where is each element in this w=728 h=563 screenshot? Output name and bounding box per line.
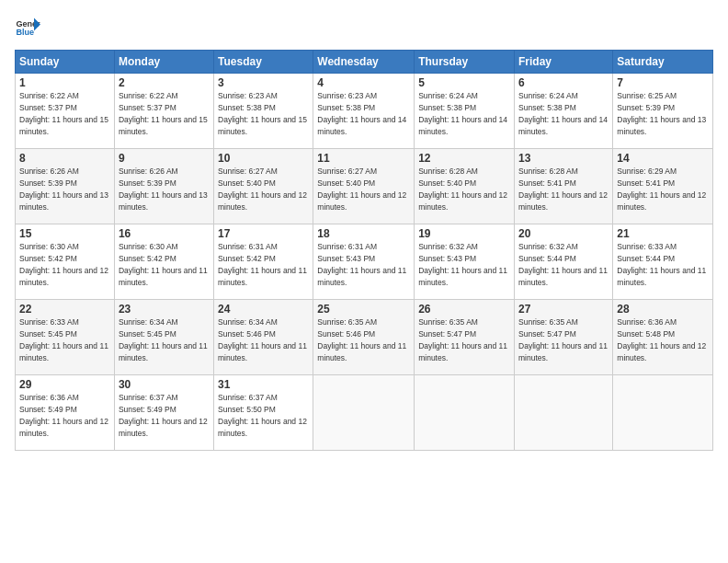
- calendar-day-cell: 9 Sunrise: 6:26 AMSunset: 5:39 PMDayligh…: [114, 149, 213, 224]
- weekday-header: Wednesday: [313, 51, 415, 74]
- calendar-week-row: 22 Sunrise: 6:33 AMSunset: 5:45 PMDaylig…: [16, 300, 713, 375]
- weekday-header: Monday: [114, 51, 213, 74]
- day-detail: Sunrise: 6:37 AMSunset: 5:49 PMDaylight:…: [119, 393, 208, 438]
- calendar-table: SundayMondayTuesdayWednesdayThursdayFrid…: [15, 50, 713, 451]
- day-detail: Sunrise: 6:31 AMSunset: 5:42 PMDaylight:…: [218, 242, 307, 287]
- day-detail: Sunrise: 6:37 AMSunset: 5:50 PMDaylight:…: [218, 393, 307, 438]
- day-number: 22: [19, 303, 110, 316]
- day-detail: Sunrise: 6:27 AMSunset: 5:40 PMDaylight:…: [218, 167, 307, 212]
- calendar-day-cell: 24 Sunrise: 6:34 AMSunset: 5:46 PMDaylig…: [214, 300, 313, 375]
- svg-text:Blue: Blue: [16, 28, 34, 37]
- calendar-day-cell: 13 Sunrise: 6:28 AMSunset: 5:41 PMDaylig…: [515, 149, 613, 224]
- day-detail: Sunrise: 6:22 AMSunset: 5:37 PMDaylight:…: [119, 91, 208, 136]
- calendar-week-row: 1 Sunrise: 6:22 AMSunset: 5:37 PMDayligh…: [16, 74, 713, 149]
- day-detail: Sunrise: 6:30 AMSunset: 5:42 PMDaylight:…: [119, 242, 208, 287]
- day-detail: Sunrise: 6:28 AMSunset: 5:41 PMDaylight:…: [518, 167, 608, 212]
- day-number: 16: [119, 227, 210, 240]
- calendar-day-cell: 22 Sunrise: 6:33 AMSunset: 5:45 PMDaylig…: [16, 300, 115, 375]
- day-number: 5: [418, 76, 510, 89]
- calendar-day-cell: 11 Sunrise: 6:27 AMSunset: 5:40 PMDaylig…: [313, 149, 415, 224]
- day-number: 24: [218, 303, 309, 316]
- calendar-day-cell: [313, 375, 415, 451]
- day-number: 20: [518, 227, 609, 240]
- day-detail: Sunrise: 6:29 AMSunset: 5:41 PMDaylight:…: [617, 167, 706, 212]
- calendar-day-cell: [613, 375, 713, 451]
- calendar-day-cell: 17 Sunrise: 6:31 AMSunset: 5:42 PMDaylig…: [214, 224, 313, 300]
- calendar-day-cell: 15 Sunrise: 6:30 AMSunset: 5:42 PMDaylig…: [16, 224, 115, 300]
- calendar-day-cell: 7 Sunrise: 6:25 AMSunset: 5:39 PMDayligh…: [613, 74, 713, 149]
- weekday-header: Tuesday: [214, 51, 313, 74]
- calendar-day-cell: 16 Sunrise: 6:30 AMSunset: 5:42 PMDaylig…: [114, 224, 213, 300]
- day-number: 31: [218, 378, 309, 391]
- calendar-day-cell: 14 Sunrise: 6:29 AMSunset: 5:41 PMDaylig…: [613, 149, 713, 224]
- day-number: 12: [418, 152, 510, 165]
- day-detail: Sunrise: 6:36 AMSunset: 5:49 PMDaylight:…: [19, 393, 108, 438]
- calendar-day-cell: 5 Sunrise: 6:24 AMSunset: 5:38 PMDayligh…: [415, 74, 515, 149]
- day-detail: Sunrise: 6:27 AMSunset: 5:40 PMDaylight:…: [317, 167, 406, 212]
- day-detail: Sunrise: 6:35 AMSunset: 5:47 PMDaylight:…: [518, 317, 608, 362]
- page-header: General Blue: [15, 15, 713, 40]
- logo-icon: General Blue: [15, 15, 40, 40]
- day-number: 10: [218, 152, 309, 165]
- day-number: 13: [518, 152, 609, 165]
- day-detail: Sunrise: 6:28 AMSunset: 5:40 PMDaylight:…: [418, 167, 507, 212]
- calendar-week-row: 8 Sunrise: 6:26 AMSunset: 5:39 PMDayligh…: [16, 149, 713, 224]
- calendar-day-cell: 6 Sunrise: 6:24 AMSunset: 5:38 PMDayligh…: [515, 74, 613, 149]
- calendar-day-cell: 29 Sunrise: 6:36 AMSunset: 5:49 PMDaylig…: [16, 375, 115, 451]
- weekday-header: Sunday: [16, 51, 115, 74]
- day-number: 19: [418, 227, 510, 240]
- day-detail: Sunrise: 6:24 AMSunset: 5:38 PMDaylight:…: [418, 91, 507, 136]
- day-detail: Sunrise: 6:31 AMSunset: 5:43 PMDaylight:…: [317, 242, 406, 287]
- page-container: General Blue SundayMondayTuesdayWednesda…: [0, 0, 728, 563]
- day-number: 28: [617, 303, 709, 316]
- day-detail: Sunrise: 6:23 AMSunset: 5:38 PMDaylight:…: [317, 91, 406, 136]
- calendar-day-cell: 18 Sunrise: 6:31 AMSunset: 5:43 PMDaylig…: [313, 224, 415, 300]
- calendar-day-cell: 12 Sunrise: 6:28 AMSunset: 5:40 PMDaylig…: [415, 149, 515, 224]
- day-number: 7: [617, 76, 709, 89]
- calendar-day-cell: 4 Sunrise: 6:23 AMSunset: 5:38 PMDayligh…: [313, 74, 415, 149]
- calendar-day-cell: [515, 375, 613, 451]
- day-number: 17: [218, 227, 309, 240]
- calendar-day-cell: 27 Sunrise: 6:35 AMSunset: 5:47 PMDaylig…: [515, 300, 613, 375]
- calendar-day-cell: 10 Sunrise: 6:27 AMSunset: 5:40 PMDaylig…: [214, 149, 313, 224]
- calendar-day-cell: 1 Sunrise: 6:22 AMSunset: 5:37 PMDayligh…: [16, 74, 115, 149]
- calendar-day-cell: 28 Sunrise: 6:36 AMSunset: 5:48 PMDaylig…: [613, 300, 713, 375]
- day-detail: Sunrise: 6:23 AMSunset: 5:38 PMDaylight:…: [218, 91, 307, 136]
- day-number: 15: [19, 227, 110, 240]
- day-number: 26: [418, 303, 510, 316]
- day-number: 6: [518, 76, 609, 89]
- calendar-day-cell: 23 Sunrise: 6:34 AMSunset: 5:45 PMDaylig…: [114, 300, 213, 375]
- calendar-day-cell: 31 Sunrise: 6:37 AMSunset: 5:50 PMDaylig…: [214, 375, 313, 451]
- calendar-week-row: 15 Sunrise: 6:30 AMSunset: 5:42 PMDaylig…: [16, 224, 713, 300]
- day-number: 3: [218, 76, 309, 89]
- day-number: 25: [317, 303, 410, 316]
- day-number: 23: [119, 303, 210, 316]
- day-number: 1: [19, 76, 110, 89]
- calendar-day-cell: 19 Sunrise: 6:32 AMSunset: 5:43 PMDaylig…: [415, 224, 515, 300]
- day-number: 2: [119, 76, 210, 89]
- day-detail: Sunrise: 6:34 AMSunset: 5:45 PMDaylight:…: [119, 317, 208, 362]
- day-detail: Sunrise: 6:33 AMSunset: 5:44 PMDaylight:…: [617, 242, 706, 287]
- calendar-day-cell: [415, 375, 515, 451]
- day-number: 18: [317, 227, 410, 240]
- day-detail: Sunrise: 6:32 AMSunset: 5:44 PMDaylight:…: [518, 242, 608, 287]
- day-detail: Sunrise: 6:25 AMSunset: 5:39 PMDaylight:…: [617, 91, 706, 136]
- day-number: 21: [617, 227, 709, 240]
- day-detail: Sunrise: 6:22 AMSunset: 5:37 PMDaylight:…: [19, 91, 108, 136]
- day-detail: Sunrise: 6:26 AMSunset: 5:39 PMDaylight:…: [19, 167, 108, 212]
- day-number: 30: [119, 378, 210, 391]
- calendar-day-cell: 25 Sunrise: 6:35 AMSunset: 5:46 PMDaylig…: [313, 300, 415, 375]
- weekday-header: Thursday: [415, 51, 515, 74]
- day-detail: Sunrise: 6:35 AMSunset: 5:46 PMDaylight:…: [317, 317, 406, 362]
- day-number: 11: [317, 152, 410, 165]
- day-detail: Sunrise: 6:24 AMSunset: 5:38 PMDaylight:…: [518, 91, 608, 136]
- day-detail: Sunrise: 6:36 AMSunset: 5:48 PMDaylight:…: [617, 317, 706, 362]
- day-number: 27: [518, 303, 609, 316]
- calendar-header-row: SundayMondayTuesdayWednesdayThursdayFrid…: [16, 51, 713, 74]
- day-number: 8: [19, 152, 110, 165]
- calendar-day-cell: 21 Sunrise: 6:33 AMSunset: 5:44 PMDaylig…: [613, 224, 713, 300]
- calendar-day-cell: 3 Sunrise: 6:23 AMSunset: 5:38 PMDayligh…: [214, 74, 313, 149]
- day-number: 14: [617, 152, 709, 165]
- day-detail: Sunrise: 6:26 AMSunset: 5:39 PMDaylight:…: [119, 167, 208, 212]
- day-number: 9: [119, 152, 210, 165]
